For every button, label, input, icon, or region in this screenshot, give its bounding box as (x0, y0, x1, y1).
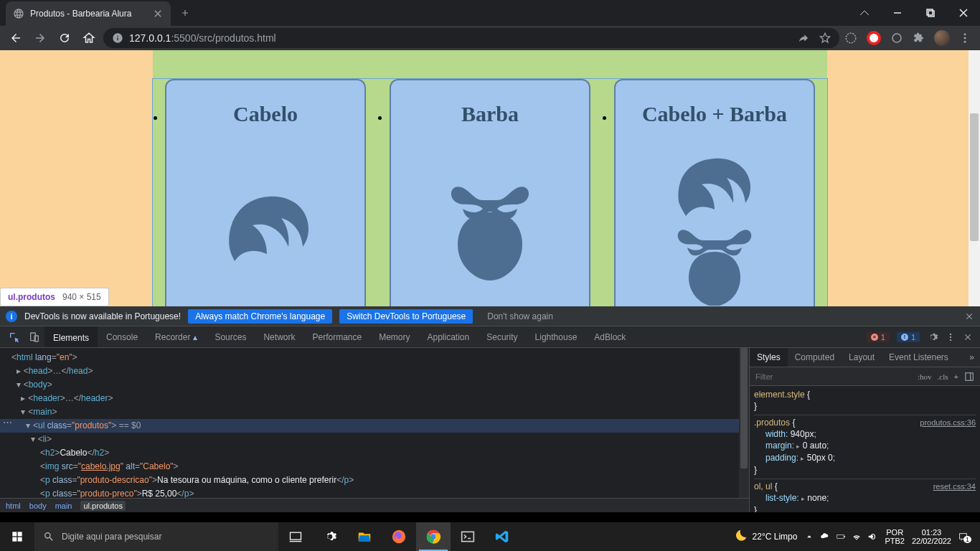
device-toolbar-icon[interactable] (24, 326, 44, 347)
tab-application[interactable]: Application (419, 326, 479, 347)
start-button[interactable] (0, 522, 34, 551)
extension-3[interactable] (890, 31, 904, 45)
home-button[interactable] (79, 28, 99, 48)
tab-lighthouse[interactable]: Lighthouse (527, 326, 586, 347)
dom-scrollbar[interactable] (739, 348, 749, 500)
styles-tabs: Styles Computed Layout Event Listeners » (750, 348, 980, 367)
system-tray[interactable] (804, 532, 877, 542)
taskbar-search[interactable]: Digite aqui para pesquisar (34, 522, 278, 551)
tab-layout[interactable]: Layout (842, 348, 882, 367)
close-icon[interactable] (152, 8, 164, 19)
extensions-icon[interactable] (913, 32, 925, 44)
dom-breadcrumbs[interactable]: html body main ul.produtos (0, 498, 749, 512)
dom-selected-line[interactable]: ▾<ul class="produtos"> == $0 (0, 419, 749, 433)
tab-network[interactable]: Network (255, 326, 303, 347)
styles-filter-input[interactable] (755, 372, 912, 381)
svg-point-9 (950, 333, 951, 334)
forward-button[interactable] (30, 28, 50, 48)
error-badge[interactable]: ×1 (867, 332, 890, 342)
site-info-icon[interactable] (112, 32, 123, 44)
more-icon[interactable] (946, 332, 956, 342)
window-close[interactable] (947, 0, 980, 26)
back-button[interactable] (6, 28, 26, 48)
reload-button[interactable] (55, 28, 75, 48)
tab-performance[interactable]: Performance (303, 326, 370, 347)
new-rule-icon[interactable]: + (954, 372, 958, 381)
svg-point-2 (846, 33, 856, 43)
url-path: /src/produtos.html (196, 32, 275, 44)
window-tab-overview[interactable] (848, 0, 881, 26)
taskbar-chrome[interactable] (416, 522, 451, 551)
page-scrollbar[interactable] (969, 50, 980, 306)
svg-rect-25 (844, 536, 845, 537)
language-indicator[interactable]: PORPTB2 (885, 528, 905, 545)
issues-badge[interactable]: !1 (897, 332, 920, 342)
taskbar-firefox[interactable] (382, 522, 416, 551)
card-title: Barba (391, 102, 589, 126)
inspect-tool-icon[interactable] (4, 326, 24, 347)
tab-console[interactable]: Console (98, 326, 146, 347)
svg-rect-1 (928, 11, 934, 17)
taskbar-settings[interactable] (313, 522, 347, 551)
window-minimize[interactable] (881, 0, 914, 26)
svg-rect-16 (12, 537, 17, 542)
wifi-icon[interactable] (852, 532, 862, 542)
cls-toggle[interactable]: .cls (938, 372, 948, 381)
new-tab-button[interactable] (175, 3, 195, 23)
tab-computed[interactable]: Computed (788, 348, 842, 367)
hover-selector: ul.produtos (8, 292, 55, 302)
task-view-icon[interactable] (278, 522, 313, 551)
styles-rules[interactable]: element.style {} produtos.css:36 .produt… (750, 386, 980, 512)
panel-toggle-icon[interactable] (964, 372, 974, 382)
profile-avatar[interactable] (934, 30, 950, 46)
extension-2[interactable] (867, 31, 881, 45)
infobar-switch[interactable]: Switch DevTools to Portuguese (339, 309, 473, 324)
tab-memory[interactable]: Memory (370, 326, 418, 347)
close-icon[interactable] (963, 332, 973, 342)
svg-rect-0 (927, 9, 933, 15)
chevron-up-icon[interactable] (804, 532, 814, 542)
product-card-cabelo-barba[interactable]: Cabelo + Barba (614, 79, 815, 306)
browser-tab[interactable]: Produtos - Barbearia Alura (6, 1, 171, 26)
tab-event-listeners[interactable]: Event Listeners (882, 348, 956, 367)
tab-sources[interactable]: Sources (206, 326, 255, 347)
battery-icon[interactable] (836, 532, 846, 542)
dom-tree-panel[interactable]: <html lang="en"> ▸<head>…</head> ▾<body>… (0, 348, 749, 512)
svg-point-6 (964, 41, 966, 43)
styles-filter-bar: :hov .cls + (750, 367, 980, 386)
window-maximize[interactable] (914, 0, 947, 26)
share-icon[interactable] (798, 32, 809, 44)
moon-icon (734, 529, 748, 544)
onedrive-icon[interactable] (820, 532, 830, 542)
tab-security[interactable]: Security (478, 326, 526, 347)
notifications-icon[interactable]: 1 (958, 530, 976, 543)
taskbar-explorer[interactable] (347, 522, 382, 551)
more-tabs-icon[interactable]: » (963, 348, 980, 367)
tab-adblock[interactable]: AdBlock (585, 326, 634, 347)
svg-rect-12 (966, 372, 974, 380)
tab-elements[interactable]: Elements (44, 326, 98, 347)
hover-dimensions: 940 × 515 (62, 292, 101, 302)
infobar-dismiss[interactable]: Don't show again (480, 309, 560, 324)
taskbar-weather[interactable]: 22°C Limpo (734, 529, 798, 544)
line-actions-icon[interactable]: ⋯ (0, 417, 12, 428)
hov-toggle[interactable]: :hov (918, 372, 932, 381)
infobar-always-match[interactable]: Always match Chrome's language (188, 309, 332, 324)
extension-1[interactable] (844, 31, 858, 45)
styles-panel: Styles Computed Layout Event Listeners »… (749, 348, 980, 512)
taskbar-clock[interactable]: 01:2322/02/2022 (912, 528, 951, 545)
tab-styles[interactable]: Styles (750, 348, 788, 367)
taskbar-vscode[interactable] (485, 522, 519, 551)
taskbar-terminal[interactable] (451, 522, 485, 551)
address-bar[interactable]: 127.0.0.1:5500/src/produtos.html (103, 28, 839, 48)
windows-taskbar: Digite aqui para pesquisar 22°C Limpo PO… (0, 522, 980, 551)
gear-icon[interactable] (927, 331, 938, 343)
product-card-barba[interactable]: Barba (390, 79, 590, 306)
product-card-cabelo[interactable]: Cabelo (165, 79, 366, 306)
bookmark-icon[interactable] (819, 32, 831, 44)
close-icon[interactable] (964, 311, 974, 321)
chrome-menu-icon[interactable] (958, 32, 971, 44)
svg-rect-14 (12, 532, 17, 536)
volume-icon[interactable] (867, 532, 877, 542)
tab-recorder[interactable]: Recorder ▴ (146, 326, 206, 347)
